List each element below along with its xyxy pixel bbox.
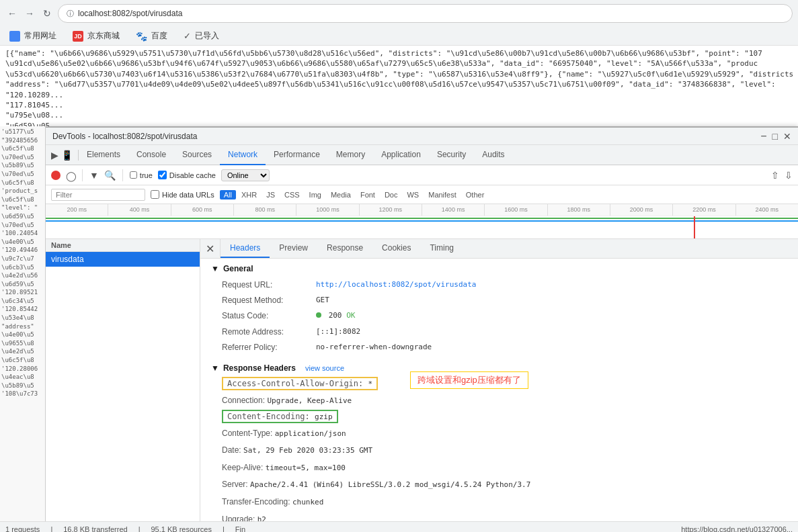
json-line-4: "address": "\u6d77\u5357\u7701\u4de09\u4… [5,79,793,89]
mobile-icon[interactable]: 📱 [61,150,73,161]
online-select[interactable]: Online Offline Slow 3G Fast 3G [221,169,270,181]
bookmark-icon-baidu: 🐾 [136,31,147,42]
status-code-value: 200 OK [316,310,355,322]
json-line-3: \u53cd\u6620\u6b66\u5730\u7403\u6f14\u53… [5,69,793,79]
tab-security[interactable]: Security [429,145,474,165]
keep-alive-row: Keep-Alive: timeout=5, max=100 [211,459,787,477]
disable-cache-label[interactable]: Disable cache [158,171,216,179]
hide-data-urls-label[interactable]: Hide data URLs [151,190,214,199]
stop-button[interactable]: ◯ [66,171,75,180]
bookmark-label-imported: 已导入 [195,30,219,42]
devtools-close-button[interactable]: ✕ [783,130,791,142]
tab-sources[interactable]: Sources [174,145,220,165]
devtools-titlebar: DevTools - localhost:8082/spot/virusdata… [46,128,798,145]
status-separator-3: | [223,525,225,533]
page-content: [{"name": "\u6b66\u9686\u5929\u5751\u573… [0,46,798,532]
export-button[interactable]: ⇩ [785,170,793,181]
devtools-minimize-button[interactable]: − [760,130,766,142]
remote-address-row: Remote Address: [::1]:8082 [211,324,787,340]
devtools-maximize-button[interactable]: □ [772,130,778,142]
back-button[interactable]: ← [5,7,19,20]
hide-data-urls-checkbox[interactable] [151,190,159,199]
tab-audits[interactable]: Audits [474,145,512,165]
details-tab-cookies[interactable]: Cookies [372,239,420,258]
filter-xhr[interactable]: XHR [237,190,261,200]
remote-address-value: [::1]:8082 [316,326,360,339]
filter-input[interactable] [51,189,145,201]
status-bar: 1 requests | 16.8 KB transferred | 95.1 … [0,521,798,532]
disable-cache-checkbox[interactable] [158,171,167,179]
bookmark-changwang[interactable]: 常用网址 [5,29,61,43]
refresh-button[interactable]: ↻ [40,7,54,20]
server-name: Server: [222,480,248,489]
status-ok: OK [346,311,355,320]
request-method-row: Request Method: GET [211,293,787,308]
filter-css[interactable]: CSS [280,190,304,200]
content-encoding-value: gzip [315,412,333,421]
view-source-link[interactable]: view source [305,364,344,372]
devtools-panel: DevTools - localhost:8082/spot/virusdata… [46,126,798,521]
details-tab-preview[interactable]: Preview [270,239,317,258]
details-close-button[interactable]: ✕ [200,239,221,258]
filter-manifest[interactable]: Manifest [424,190,461,200]
filter-other[interactable]: Other [462,190,489,200]
devtools-title: DevTools - localhost:8082/spot/virusdata [52,132,197,141]
general-title: General [223,264,253,273]
filter-doc[interactable]: Doc [381,190,402,200]
status-dot [316,312,321,318]
tick-2400ms: 2400 ms [736,204,798,216]
timeline-blue-bar [46,220,798,222]
preserve-log-label[interactable]: true [130,171,153,179]
forward-button[interactable]: → [23,7,36,20]
tick-200ms: 200 ms [46,204,108,216]
date-row: Date: Sat, 29 Feb 2020 03:23:35 GMT [211,442,787,459]
preserve-log-checkbox[interactable] [130,171,137,179]
upgrade-value: h2 [257,515,266,522]
tab-elements[interactable]: Elements [79,145,128,165]
filter-all[interactable]: All [220,190,236,200]
bookmark-imported[interactable]: ✓ 已导入 [179,29,223,43]
bookmark-jd[interactable]: JD 京东商城 [69,29,124,43]
filter-ws[interactable]: WS [403,190,423,200]
cursor-icon[interactable]: ▶ [51,150,58,161]
acao-header: Access-Control-Allow-Origin: * [222,377,378,390]
tab-application[interactable]: Application [373,145,429,165]
content-type-row: Content-Type: application/json [211,425,787,443]
filter-media[interactable]: Media [327,190,355,200]
sidebar-json: 'u5177\u5 "392485656 \u6c5f\u8 \u70ed\u5… [0,126,45,400]
filter-font[interactable]: Font [356,190,379,200]
left-sidebar: 'u5177\u5 "392485656 \u6c5f\u8 \u70ed\u5… [0,126,46,521]
acao-value: * [368,380,373,388]
referrer-policy-row: Referrer Policy: no-referrer-when-downgr… [211,340,787,355]
connection-row: Connection: Upgrade, Keep-Alive [211,392,787,410]
tab-network[interactable]: Network [220,145,266,165]
tick-800ms: 800 ms [234,204,296,216]
bookmark-baidu[interactable]: 🐾 百度 [132,29,171,43]
address-bar[interactable]: ⓘ localhost:8082/spot/virusdata [58,4,793,23]
request-url-label: Request URL: [222,279,316,292]
details-tab-headers[interactable]: Headers [221,239,270,258]
json-content: [{"name": "\u6b66\u9686\u5929\u5751\u573… [0,46,798,133]
search-icon[interactable]: 🔍 [104,170,116,181]
tab-console[interactable]: Console [128,145,174,165]
request-method-value: GET [316,294,329,307]
request-row-virusdata[interactable]: virusdata [46,252,200,267]
filter-img[interactable]: Img [305,190,325,200]
general-section-header[interactable]: ▼ General [211,264,787,273]
details-tab-response[interactable]: Response [317,239,372,258]
import-button[interactable]: ⇧ [771,170,779,181]
request-url-row: Request URL: http://localhost:8082/spot/… [211,277,787,293]
filter-types: All XHR JS CSS Img Media Font Doc WS Man… [220,190,489,200]
tab-performance[interactable]: Performance [266,145,328,165]
tab-memory[interactable]: Memory [328,145,373,165]
nav-bar: ← → ↻ ⓘ localhost:8082/spot/virusdata [0,0,798,27]
bookmark-icon-imported: ✓ [184,31,191,41]
record-button[interactable] [51,171,61,180]
filter-icon[interactable]: ▼ [89,170,99,181]
upgrade-row: Upgrade: h2 [211,511,787,522]
remote-address-label: Remote Address: [222,326,316,339]
filter-js[interactable]: JS [262,190,279,200]
details-tab-timing[interactable]: Timing [420,239,463,258]
referrer-policy-label: Referrer Policy: [222,341,316,354]
devtools-window-controls: − □ ✕ [760,130,791,142]
